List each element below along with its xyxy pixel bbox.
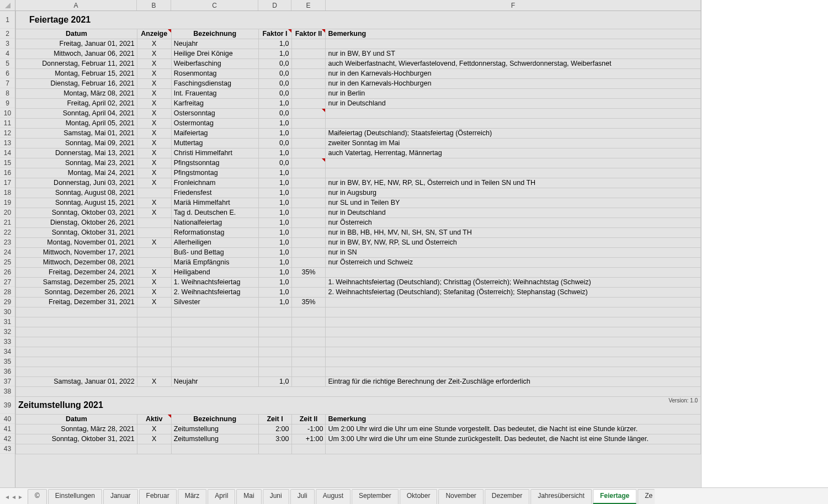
tab-nav-prev-icon[interactable]: ◂ bbox=[12, 493, 15, 501]
cell-faktor-i[interactable]: 1,0 bbox=[258, 178, 291, 188]
cell-anzeige[interactable]: X bbox=[137, 148, 171, 158]
empty-cell[interactable] bbox=[258, 444, 291, 454]
empty-cell[interactable] bbox=[326, 337, 701, 347]
cell-bemerkung[interactable]: nur SL und in Teilen BY bbox=[326, 198, 701, 208]
row-header-5[interactable]: 5 bbox=[0, 59, 15, 68]
cell-datum[interactable]: Dienstag, Oktober 26, 2021 bbox=[16, 217, 137, 227]
row-header-13[interactable]: 13 bbox=[0, 138, 15, 148]
col-header-B[interactable]: B bbox=[137, 0, 171, 10]
cell-faktor-ii[interactable] bbox=[291, 49, 326, 59]
row-header-15[interactable]: 15 bbox=[0, 158, 15, 168]
cell-bemerkung[interactable]: nur in Berlin bbox=[326, 88, 701, 98]
col-header-E[interactable]: E bbox=[291, 0, 326, 10]
sheet-tab-Dezember[interactable]: Dezember bbox=[485, 489, 529, 504]
cell-anzeige[interactable] bbox=[137, 227, 171, 237]
cell-bezeichnung[interactable]: Tag d. Deutschen E. bbox=[171, 208, 258, 217]
cell-bemerkung[interactable]: Maifeiertag (Deutschland); Staatsfeierta… bbox=[326, 128, 701, 138]
cell-bezeichnung[interactable]: 2. Weihnachtsfeiertag bbox=[171, 287, 258, 297]
cell-datum[interactable]: Samstag, Mai 01, 2021 bbox=[16, 128, 137, 138]
cell-datum[interactable]: Mittwoch, Dezember 08, 2021 bbox=[16, 257, 137, 267]
cell-anzeige[interactable] bbox=[137, 188, 171, 198]
row-header-20[interactable]: 20 bbox=[0, 208, 15, 217]
cell-faktor-i[interactable]: 1,0 bbox=[258, 277, 291, 287]
empty-cell[interactable] bbox=[326, 357, 701, 367]
sheet-tab-Juni[interactable]: Juni bbox=[263, 489, 289, 504]
cell-datum[interactable]: Freitag, Januar 01, 2021 bbox=[16, 39, 137, 49]
empty-cell[interactable] bbox=[16, 307, 137, 317]
cell-datum[interactable]: Donnerstag, Februar 11, 2021 bbox=[16, 59, 137, 68]
hdr2-aktiv[interactable]: Aktiv bbox=[137, 414, 171, 424]
cell-faktor-ii[interactable] bbox=[291, 59, 326, 68]
cell-bemerkung[interactable] bbox=[326, 118, 701, 128]
cell-datum[interactable]: Samstag, Dezember 25, 2021 bbox=[16, 277, 137, 287]
hdr-faktor-ii[interactable]: Faktor II bbox=[291, 29, 326, 39]
cell-faktor-ii[interactable] bbox=[291, 128, 326, 138]
sheet-tab-Ze[interactable]: Ze bbox=[638, 489, 655, 504]
empty-cell[interactable] bbox=[16, 357, 137, 367]
cell-faktor-ii[interactable] bbox=[291, 138, 326, 148]
row-header-9[interactable]: 9 bbox=[0, 98, 15, 108]
cell-bemerkung[interactable] bbox=[326, 158, 701, 168]
cell-bezeichnung[interactable]: Reformationstag bbox=[171, 227, 258, 237]
row-header-32[interactable]: 32 bbox=[0, 327, 15, 337]
cell-faktor-ii[interactable] bbox=[291, 68, 326, 78]
col-header-C[interactable]: C bbox=[171, 0, 258, 10]
row-header-23[interactable]: 23 bbox=[0, 237, 15, 247]
cell-faktor-ii[interactable] bbox=[291, 178, 326, 188]
sheet-tab-©[interactable]: © bbox=[28, 489, 47, 504]
cell-faktor-i[interactable]: 0,0 bbox=[258, 138, 291, 148]
hdr-anzeige[interactable]: Anzeige bbox=[137, 29, 171, 39]
row-header-26[interactable]: 26 bbox=[0, 267, 15, 277]
cell-faktor-ii[interactable] bbox=[291, 118, 326, 128]
cell-faktor-ii[interactable] bbox=[291, 208, 326, 217]
row-header-35[interactable]: 35 bbox=[0, 357, 15, 367]
cell-datum[interactable]: Sonntag, Oktober 31, 2021 bbox=[16, 434, 137, 444]
empty-cell[interactable] bbox=[291, 337, 326, 347]
tab-nav-next-icon[interactable]: ▸ bbox=[19, 493, 22, 501]
empty-cell[interactable] bbox=[291, 307, 326, 317]
row-header-6[interactable]: 6 bbox=[0, 68, 15, 78]
cell-bemerkung[interactable]: nur in BB, HB, HH, MV, NI, SH, SN, ST un… bbox=[326, 227, 701, 237]
empty-cell[interactable] bbox=[171, 347, 258, 357]
cell-faktor-ii[interactable] bbox=[291, 108, 326, 118]
cell-datum[interactable]: Montag, November 01, 2021 bbox=[16, 237, 137, 247]
cell-datum[interactable]: Sonntag, Mai 23, 2021 bbox=[16, 158, 137, 168]
cell-faktor-ii[interactable] bbox=[291, 198, 326, 208]
cell-datum[interactable]: Donnerstag, Mai 13, 2021 bbox=[16, 148, 137, 158]
cell-zeit-ii[interactable]: -1:00 bbox=[291, 424, 326, 434]
cell-bemerkung[interactable]: zweiter Sonntag im Mai bbox=[326, 138, 701, 148]
row-header-12[interactable]: 12 bbox=[0, 128, 15, 138]
row-header-18[interactable]: 18 bbox=[0, 188, 15, 198]
row-header-41[interactable]: 41 bbox=[0, 424, 15, 434]
cell-faktor-ii[interactable] bbox=[291, 217, 326, 227]
cell-datum[interactable]: Samstag, Januar 01, 2022 bbox=[16, 376, 137, 386]
cell-faktor-ii[interactable]: 35% bbox=[291, 297, 326, 307]
cell-bezeichnung[interactable]: Ostermontag bbox=[171, 118, 258, 128]
sheet-tab-November[interactable]: November bbox=[438, 489, 483, 504]
hdr-bezeichnung[interactable]: Bezeichnung bbox=[171, 29, 258, 39]
cell-anzeige[interactable]: X bbox=[137, 376, 171, 386]
cell-datum[interactable]: Montag, März 08, 2021 bbox=[16, 88, 137, 98]
cell-anzeige[interactable]: X bbox=[137, 198, 171, 208]
empty-cell[interactable] bbox=[137, 327, 171, 337]
cell-faktor-i[interactable]: 1,0 bbox=[258, 188, 291, 198]
cell-anzeige[interactable]: X bbox=[137, 39, 171, 49]
cell-faktor-i[interactable]: 1,0 bbox=[258, 198, 291, 208]
cell-datum[interactable]: Donnerstag, Juni 03, 2021 bbox=[16, 178, 137, 188]
row-header-19[interactable]: 19 bbox=[0, 198, 15, 208]
cell-faktor-i[interactable]: 1,0 bbox=[258, 118, 291, 128]
cell-faktor-ii[interactable] bbox=[291, 376, 326, 386]
sheet-tab-Einstellungen[interactable]: Einstellungen bbox=[48, 489, 102, 504]
cell-bemerkung[interactable]: Eintrag für die richtige Berechnung der … bbox=[326, 376, 701, 386]
sheet-tab-Mai[interactable]: Mai bbox=[236, 489, 261, 504]
cell-bemerkung[interactable]: nur in BW, BY und ST bbox=[326, 49, 701, 59]
cell-datum[interactable]: Sonntag, Oktober 31, 2021 bbox=[16, 227, 137, 237]
hdr2-bemerkung[interactable]: Bemerkung bbox=[326, 414, 701, 424]
cell-faktor-i[interactable]: 1,0 bbox=[258, 267, 291, 277]
cell-faktor-i[interactable]: 1,0 bbox=[258, 49, 291, 59]
section1-title[interactable]: Feiertage 2021 bbox=[16, 11, 701, 29]
cell-faktor-i[interactable]: 1,0 bbox=[258, 148, 291, 158]
cell-aktiv[interactable]: X bbox=[137, 434, 171, 444]
cell-anzeige[interactable] bbox=[137, 247, 171, 257]
cell-anzeige[interactable]: X bbox=[137, 287, 171, 297]
